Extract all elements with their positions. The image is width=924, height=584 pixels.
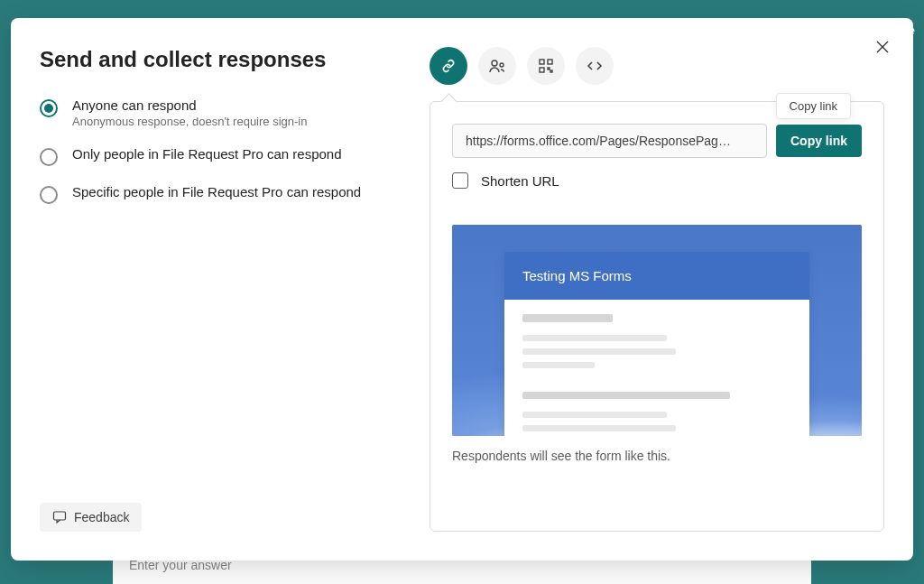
copy-link-button[interactable]: Copy link bbox=[776, 125, 862, 157]
feedback-button[interactable]: Feedback bbox=[40, 503, 142, 532]
qr-icon bbox=[537, 57, 555, 75]
form-preview-section: Testing MS Forms bbox=[452, 225, 862, 463]
form-preview: Testing MS Forms bbox=[452, 225, 862, 436]
feedback-icon bbox=[52, 510, 67, 524]
tab-qr[interactable] bbox=[527, 47, 565, 85]
copy-link-tooltip: Copy link bbox=[776, 93, 851, 119]
audience-radio-group: Anyone can respond Anonymous response, d… bbox=[40, 97, 401, 204]
svg-rect-4 bbox=[548, 60, 552, 64]
svg-rect-6 bbox=[548, 68, 550, 70]
svg-point-1 bbox=[492, 60, 497, 66]
share-url-input[interactable]: https://forms.office.com/Pages/ResponseP… bbox=[452, 124, 767, 158]
radio-label: Only people in File Request Pro can resp… bbox=[72, 146, 342, 162]
svg-rect-7 bbox=[550, 70, 552, 72]
radio-label: Anyone can respond bbox=[72, 97, 307, 113]
svg-rect-5 bbox=[540, 68, 544, 72]
tab-link[interactable] bbox=[430, 47, 467, 85]
form-preview-header: Testing MS Forms bbox=[504, 252, 809, 300]
link-panel: Copy link https://forms.office.com/Pages… bbox=[430, 101, 884, 532]
people-icon bbox=[488, 57, 506, 75]
radio-specific-people[interactable]: Specific people in File Request Pro can … bbox=[40, 184, 401, 204]
radio-org-only[interactable]: Only people in File Request Pro can resp… bbox=[40, 146, 401, 166]
radio-indicator bbox=[40, 186, 58, 204]
link-icon bbox=[439, 57, 457, 75]
link-row: Copy link https://forms.office.com/Pages… bbox=[452, 124, 862, 158]
tab-people[interactable] bbox=[478, 47, 516, 85]
shorten-url-checkbox[interactable] bbox=[452, 172, 468, 189]
radio-indicator bbox=[40, 148, 58, 166]
shorten-url-row: Shorten URL bbox=[452, 172, 862, 189]
radio-anyone[interactable]: Anyone can respond Anonymous response, d… bbox=[40, 97, 401, 128]
feedback-label: Feedback bbox=[74, 510, 129, 524]
form-preview-body bbox=[504, 300, 809, 436]
embed-icon bbox=[586, 57, 604, 75]
form-preview-card: Testing MS Forms bbox=[504, 252, 809, 436]
svg-rect-3 bbox=[540, 60, 544, 64]
svg-point-2 bbox=[500, 63, 504, 67]
modal-title: Send and collect responses bbox=[40, 47, 401, 72]
radio-description: Anonymous response, doesn't require sign… bbox=[72, 115, 307, 128]
svg-rect-0 bbox=[54, 512, 66, 520]
form-preview-title: Testing MS Forms bbox=[522, 268, 791, 283]
right-column: Copy link https://forms.office.com/Pages… bbox=[430, 47, 884, 532]
send-collect-modal: Send and collect responses Anyone can re… bbox=[11, 18, 913, 561]
left-column: Send and collect responses Anyone can re… bbox=[40, 47, 401, 532]
tab-embed[interactable] bbox=[576, 47, 614, 85]
radio-label: Specific people in File Request Pro can … bbox=[72, 184, 361, 199]
radio-indicator bbox=[40, 99, 58, 117]
share-tab-row bbox=[430, 47, 884, 85]
shorten-url-label: Shorten URL bbox=[481, 173, 559, 189]
form-preview-caption: Respondents will see the form like this. bbox=[452, 449, 862, 463]
